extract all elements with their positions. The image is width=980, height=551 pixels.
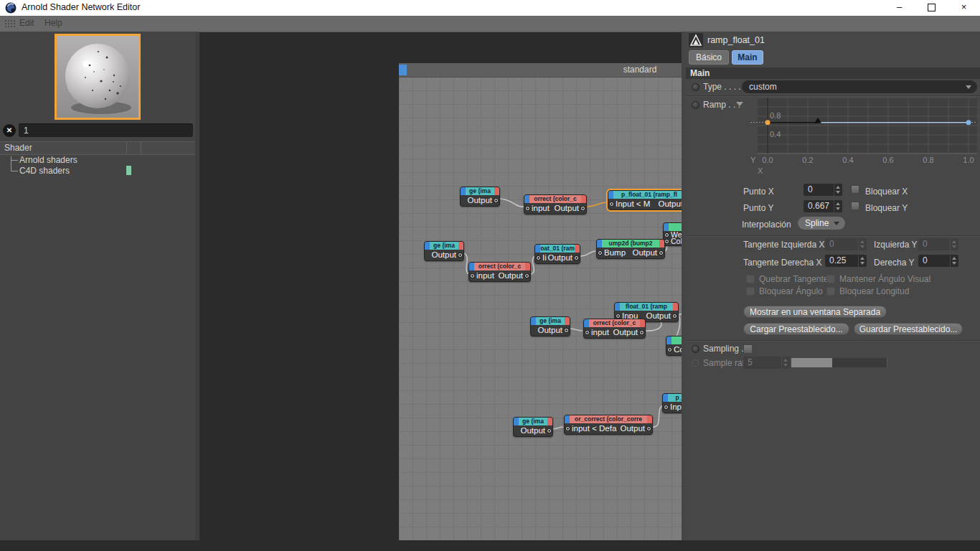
wire[interactable] [552, 427, 563, 429]
shader-node[interactable]: ump2d (bump2BumpOutput [596, 239, 665, 259]
tree-item-arnold-shaders[interactable]: Arnold shaders [19, 155, 77, 165]
tangente-derecha-x-field[interactable]: 0.25 [825, 255, 867, 267]
shader-node[interactable]: orrect (color_cinputOutput [468, 262, 531, 282]
node-corner [514, 418, 519, 425]
sampling-checkbox[interactable] [743, 344, 753, 354]
shader-node[interactable]: orrect (color_cinputOutput [583, 319, 646, 339]
divider [686, 235, 980, 237]
output-port[interactable] [547, 428, 552, 433]
spinner-arrows[interactable] [950, 255, 958, 267]
punto-y-field[interactable]: 0.667 [804, 200, 842, 212]
collapse-triangle-icon[interactable] [736, 102, 743, 106]
node-title-bar: ge (ima [461, 187, 499, 195]
output-port[interactable] [458, 253, 463, 258]
node-body: Input < MOutput [608, 199, 690, 209]
shader-node[interactable]: orrect (color_cinputOutput [524, 194, 587, 215]
grip-icon[interactable] [4, 19, 15, 28]
ramp-gradient-graph[interactable]: 0.80.40.00.20.40.60.81.0YX [748, 95, 980, 178]
output-port[interactable] [574, 255, 579, 260]
input-port[interactable] [616, 314, 621, 319]
wire[interactable] [587, 202, 607, 207]
type-dropdown[interactable]: custom [742, 80, 977, 93]
bloquear-x-checkbox[interactable] [851, 185, 859, 194]
svg-text:0.0: 0.0 [762, 156, 773, 164]
interpolacion-dropdown[interactable]: Spline [798, 217, 845, 230]
sampling-param-dot[interactable] [692, 345, 699, 353]
menu-help[interactable]: Help [44, 18, 62, 28]
shader-node[interactable]: ge (imaOutput [530, 316, 570, 336]
node-title: ump2d (bump2 [602, 240, 659, 248]
output-port[interactable] [580, 206, 585, 211]
input-port[interactable] [598, 250, 603, 255]
tab-main[interactable]: Main [732, 50, 763, 65]
output-port[interactable] [646, 426, 651, 431]
input-port[interactable] [664, 239, 669, 244]
node-row-label: input [476, 271, 494, 280]
node-title-bar: ge (ima [514, 418, 552, 425]
output-port[interactable] [524, 273, 529, 278]
input-port[interactable] [667, 347, 672, 352]
node-title-bar: or_correct (color_corre [565, 415, 652, 423]
node-row-label: Bump [604, 248, 626, 257]
shader-node[interactable]: ge (imaOutput [513, 417, 553, 437]
material-preview[interactable] [55, 34, 141, 120]
clear-search-icon[interactable]: ✕ [3, 124, 16, 137]
column-divider [141, 142, 141, 154]
column-divider [126, 142, 127, 154]
attribute-panel: ramp_float_01 Básico Main Main Type . . … [686, 32, 980, 540]
derecha-y-field[interactable]: 0 [918, 255, 958, 267]
cargar-preestablecido-button[interactable]: Cargar Preestablecido... [743, 323, 849, 335]
minimize-button[interactable]: – [883, 0, 915, 16]
output-port[interactable] [672, 314, 677, 319]
shader-node[interactable]: ge (imaOutput [460, 187, 500, 207]
quebrar-tangente-label: Quebrar Tangente [759, 274, 829, 284]
guardar-preestablecido-button[interactable]: Guardar Preestablecido... [854, 323, 963, 335]
menu-edit[interactable]: Edit [19, 18, 34, 28]
wire[interactable] [570, 329, 583, 331]
shader-node[interactable]: ge (imaOutput [424, 241, 464, 261]
input-port[interactable] [525, 206, 530, 211]
input-port[interactable] [609, 202, 614, 207]
type-param-dot[interactable] [692, 83, 699, 91]
search-input[interactable]: 1 [19, 123, 193, 137]
close-button[interactable]: × [948, 0, 980, 16]
tree-item-c4d-shaders[interactable]: C4D shaders [19, 166, 70, 176]
spinner-arrows[interactable] [834, 184, 842, 196]
node-row-label: input [532, 204, 550, 212]
node-row: IiOutput [535, 253, 580, 263]
node-body: inputOutput [584, 327, 645, 338]
divider [686, 340, 980, 342]
shader-node[interactable]: p_float_01 (ramp_flInput < MOutput [608, 190, 691, 210]
input-port[interactable] [536, 255, 541, 260]
ramp-param-dot[interactable] [692, 101, 699, 109]
node-title: or_correct (color_corre [570, 415, 647, 423]
bloquear-y-checkbox[interactable] [851, 202, 859, 210]
tab-basico[interactable]: Básico [689, 50, 729, 65]
input-port[interactable] [470, 273, 475, 278]
maximize-button[interactable] [915, 0, 948, 16]
node-row-label: input [591, 328, 609, 336]
node-output-label: Output [646, 311, 671, 321]
node-body: Output [531, 325, 570, 336]
input-port[interactable] [585, 330, 590, 335]
node-editor: ge (imaOutputorrect (color_cinputOutputp… [199, 32, 682, 551]
output-port[interactable] [494, 198, 499, 203]
spinner-arrows[interactable] [834, 200, 842, 212]
node-body: Output [461, 195, 499, 206]
wire[interactable] [580, 251, 595, 256]
shader-node[interactable]: oat_01 (ramIiOutput [534, 244, 580, 264]
wire[interactable] [499, 199, 524, 207]
punto-x-field[interactable]: 0 [804, 184, 842, 196]
bloquear-angulo-label: Bloquear Ángulo [759, 286, 823, 296]
mostrar-ventana-button[interactable]: Mostrar en una ventana Separada [743, 306, 887, 318]
input-port[interactable] [664, 405, 669, 410]
node-row: input < DefaOutput [565, 424, 652, 433]
output-port[interactable] [639, 330, 644, 335]
shader-node[interactable]: or_correct (color_correinput < DefaOutpu… [564, 415, 653, 435]
spinner-arrows[interactable] [858, 255, 867, 267]
output-port[interactable] [659, 250, 664, 255]
izquierda-y-field: 0 [918, 238, 958, 250]
output-port[interactable] [564, 328, 569, 333]
input-port[interactable] [664, 232, 669, 237]
input-port[interactable] [565, 426, 570, 431]
